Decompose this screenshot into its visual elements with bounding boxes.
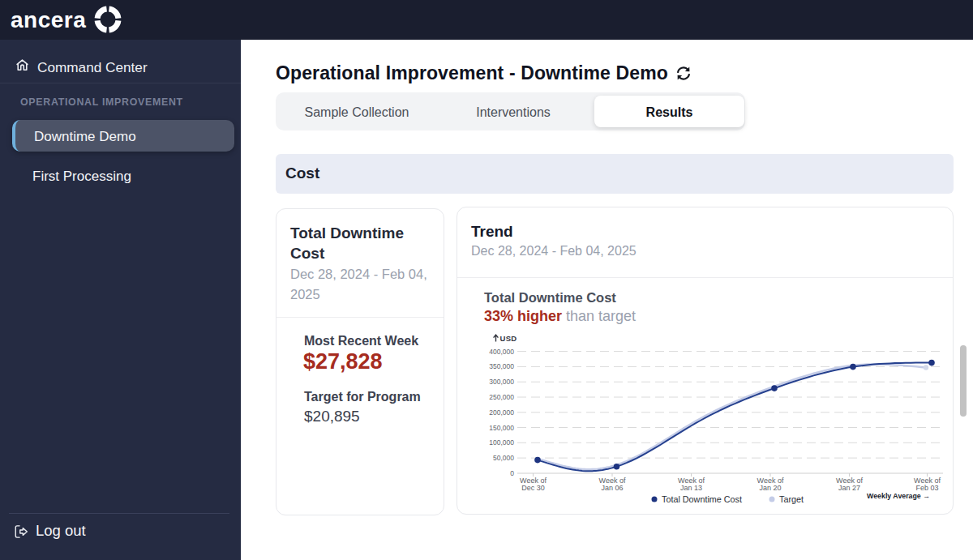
svg-text:Jan 06: Jan 06 xyxy=(601,484,623,492)
svg-text:Feb 03: Feb 03 xyxy=(915,484,938,492)
svg-text:250,000: 250,000 xyxy=(489,393,514,401)
svg-text:Jan 13: Jan 13 xyxy=(680,484,702,492)
svg-text:400,000: 400,000 xyxy=(489,348,514,356)
svg-text:Jan 20: Jan 20 xyxy=(759,484,781,492)
svg-text:Target: Target xyxy=(779,494,804,504)
svg-text:Jan 27: Jan 27 xyxy=(838,484,860,492)
svg-text:Weekly Average →: Weekly Average → xyxy=(867,492,930,500)
svg-text:0: 0 xyxy=(510,469,514,477)
svg-text:50,000: 50,000 xyxy=(493,454,514,462)
svg-text:200,000: 200,000 xyxy=(489,408,514,417)
svg-text:350,000: 350,000 xyxy=(489,362,514,370)
svg-text:Total Downtime Cost: Total Downtime Cost xyxy=(662,494,742,504)
svg-text:300,000: 300,000 xyxy=(489,378,514,386)
svg-text:Dec 30: Dec 30 xyxy=(521,484,545,492)
svg-text:100,000: 100,000 xyxy=(489,438,514,447)
svg-text:150,000: 150,000 xyxy=(489,424,514,432)
svg-text:USD: USD xyxy=(500,334,517,343)
